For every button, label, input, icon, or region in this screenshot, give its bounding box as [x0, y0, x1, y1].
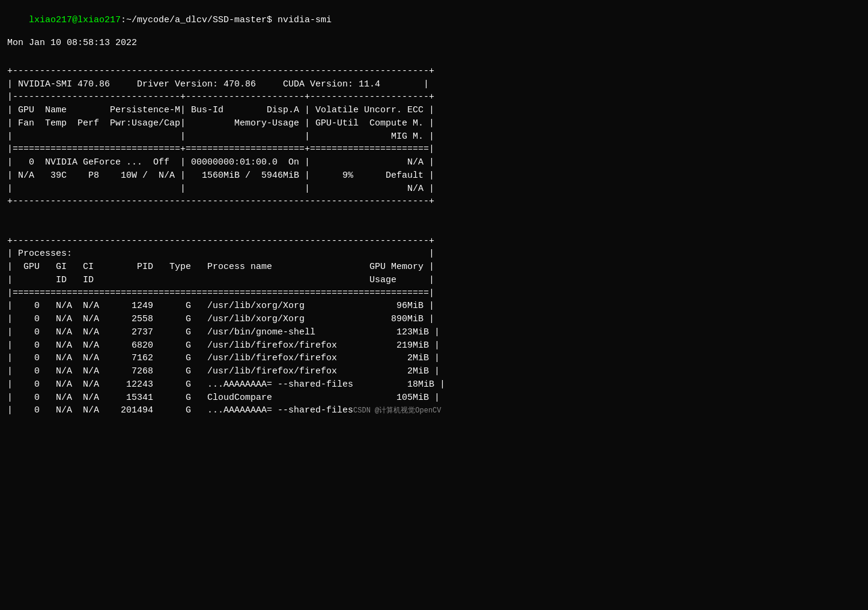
- proc-row-5: | 0 N/A N/A 7162 G /usr/lib/firefox/fire…: [7, 353, 440, 363]
- gpu-header1: | GPU Name Persistence-M| Bus-Id Disp.A …: [7, 105, 434, 115]
- blank-line: [7, 223, 13, 233]
- prompt-command: $ nvidia-smi: [267, 15, 332, 25]
- gpu-row2: | N/A 39C P8 10W / N/A | 1560MiB / 5946M…: [7, 171, 434, 181]
- proc-col-header2: | ID ID Usage |: [7, 275, 434, 285]
- nvidia-smi-output: +---------------------------------------…: [7, 52, 861, 430]
- proc-row-2: | 0 N/A N/A 2558 G /usr/lib/xorg/Xorg 89…: [7, 314, 434, 324]
- prompt-line: lxiao217@lxiao217:~/mycode/a_dlcv/SSD-ma…: [7, 5, 861, 35]
- border-top: +---------------------------------------…: [7, 66, 434, 76]
- user-host: lxiao217@lxiao217: [29, 15, 121, 25]
- gpu-header3: | | | MIG M. |: [7, 131, 434, 142]
- proc-row-3: | 0 N/A N/A 2737 G /usr/bin/gnome-shell …: [7, 327, 440, 337]
- proc-col-header1: | GPU GI CI PID Type Process name GPU Me…: [7, 262, 434, 272]
- border-double1: |===============================+=======…: [7, 144, 434, 154]
- prompt-path: :~/mycode/a_dlcv/SSD-master: [121, 15, 267, 25]
- border-bottom-gpu: +---------------------------------------…: [7, 196, 434, 207]
- processes-header: | Processes: |: [7, 249, 434, 259]
- proc-row-9: | 0 N/A N/A 201494 G ...AAAAAAAA= --shar…: [7, 405, 442, 415]
- proc-row-4: | 0 N/A N/A 6820 G /usr/lib/firefox/fire…: [7, 340, 440, 351]
- proc-row-1: | 0 N/A N/A 1249 G /usr/lib/xorg/Xorg 96…: [7, 301, 434, 311]
- border-proc-top: +---------------------------------------…: [7, 236, 434, 246]
- border-mid1: |-------------------------------+-------…: [7, 92, 434, 102]
- version-line: | NVIDIA-SMI 470.86 Driver Version: 470.…: [7, 79, 429, 89]
- timestamp: Mon Jan 10 08:58:13 2022: [7, 38, 861, 48]
- terminal-window: lxiao217@lxiao217:~/mycode/a_dlcv/SSD-ma…: [7, 5, 861, 430]
- proc-row-8: | 0 N/A N/A 15341 G CloudCompare 105MiB …: [7, 393, 440, 403]
- gpu-row1: | 0 NVIDIA GeForce ... Off | 00000000:01…: [7, 157, 434, 168]
- border-double2: |=======================================…: [7, 288, 434, 298]
- proc-row-7: | 0 N/A N/A 12243 G ...AAAAAAAA= --share…: [7, 379, 445, 390]
- proc-row-6: | 0 N/A N/A 7268 G /usr/lib/firefox/fire…: [7, 366, 440, 376]
- gpu-row3: | | | N/A |: [7, 184, 434, 194]
- gpu-header2: | Fan Temp Perf Pwr:Usage/Cap| Memory-Us…: [7, 118, 434, 128]
